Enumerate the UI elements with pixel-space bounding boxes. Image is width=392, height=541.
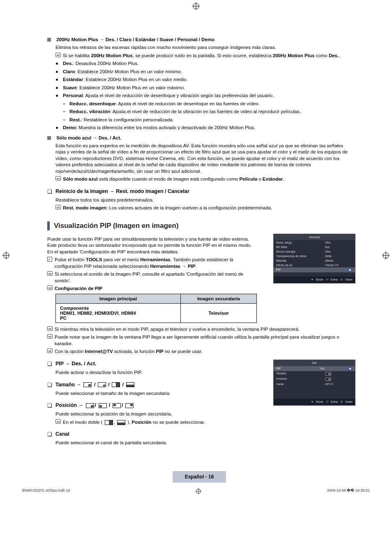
text: Elimina los retrasos de las escenas rápi… — [55, 44, 351, 51]
footer-timestamp: 2009-10-08 �� 10:35:51 — [327, 488, 370, 495]
pip-size-icon — [325, 372, 331, 376]
tools-icon — [47, 257, 52, 262]
heading-200hz: 200Hz Motion Plus → Des. / Claro / Están… — [47, 37, 351, 42]
bullet: ●Des.: Desactiva 200Hz Motion Plus. — [55, 60, 351, 67]
note-icon — [47, 326, 53, 331]
note: En el modo doble ( , ), Posición no se p… — [55, 419, 351, 426]
note-icon — [55, 205, 61, 209]
dash-bullet: –Reducc. desenfoque: Ajusta el nivel de … — [63, 101, 351, 107]
section-heading-pip: Visualización PIP (Imagen en imagen) — [47, 221, 351, 230]
dash-bullet: –Rest.: Restablece la configuración pers… — [63, 117, 351, 123]
note-icon — [55, 53, 61, 57]
osd-row: BD Wise: Act. — [274, 245, 355, 249]
note-icon — [47, 286, 53, 290]
osd-row: Posición: — [274, 376, 355, 382]
pip-pos-icon — [113, 403, 121, 408]
heading-blue-only: Sólo modo azul → Des. / Act. — [47, 135, 351, 140]
square-bullet-icon — [47, 38, 51, 42]
footer-filename: BN68-02327L-03Spa.indb 16 — [22, 488, 70, 495]
crop-mark-right — [382, 252, 390, 259]
osd-highlight-row: PIP ▶ — [274, 267, 355, 272]
text: Puede seleccionar el canal de la pantall… — [55, 440, 351, 446]
pip-pos-icon — [86, 403, 94, 408]
text: Esta función es para expertos en la medi… — [55, 143, 351, 175]
bullet: ●Suave: Establece 200Hz Motion Plus en u… — [55, 85, 351, 91]
osd-pip: PIP PIP : Act. ▶ Tamaño: Posición: Canal… — [273, 360, 355, 406]
note-icon — [47, 348, 53, 353]
note-icon — [55, 419, 61, 424]
text: Puede usar la función PIP para ver simul… — [47, 236, 253, 255]
osd-row: Melodía: Medio — [274, 258, 355, 263]
osd-row: Efecto de luz: Viendo TV — [274, 263, 355, 267]
pip-size-icon — [126, 382, 134, 387]
table-cell: Televisor — [180, 303, 256, 323]
dash-bullet: –Reducc. vibración: Ajusta el nivel de r… — [63, 109, 351, 115]
osd-row: Ahorro energía: Des. — [274, 249, 355, 254]
arrow-right-icon: ▶ — [348, 268, 353, 272]
bullet: ●Demo: Muestra la diferencia entre los m… — [55, 125, 351, 131]
page-number: Español - 16 — [47, 471, 351, 483]
pip-pos-icon — [99, 403, 107, 408]
page-content: 200Hz Motion Plus → Des. / Claro / Están… — [47, 37, 351, 483]
osd-row: Tamaño: — [274, 371, 355, 376]
square-bullet-icon — [47, 136, 51, 140]
osd-row: Modo Juego: Des. — [274, 240, 355, 245]
osd-row: Canal: ATV 4 — [274, 382, 355, 386]
note: Si selecciona el sonido de la imagen PIP… — [47, 271, 253, 284]
note: Puede notar que la imagen de la ventana … — [47, 334, 351, 347]
note: Si mientras mira la televisión en el mod… — [47, 326, 351, 333]
crop-mark-top — [192, 2, 200, 10]
bullet: ●Personal: Ajusta el nivel de reducción … — [55, 93, 351, 99]
note-icon — [47, 271, 53, 276]
table-cell: Componente HDMI1, HDMI2, HDMI3/DVI, HDMI… — [56, 303, 181, 323]
text: Puede seleccionar la posición de la imag… — [55, 411, 351, 418]
pip-size-icon — [105, 420, 113, 425]
arrow-right-icon: ▶ — [348, 367, 353, 370]
pip-pos-icon — [125, 403, 134, 408]
section-bar-icon — [47, 221, 50, 230]
osd-title: General — [274, 234, 355, 240]
print-footer: BN68-02327L-03Spa.indb 16 2009-10-08 �� … — [21, 488, 371, 495]
note-icon — [47, 334, 53, 339]
pip-size-icon — [117, 420, 125, 425]
note: Si se habilita 200Hz Motion Plus, se pue… — [55, 53, 351, 59]
note: Con la opción Internet@TV activada, la f… — [47, 348, 351, 355]
note-icon — [55, 176, 61, 181]
subheading-reset: ❏Reinicio de la imagen → Rest. modo imag… — [47, 188, 351, 195]
table-header: Imagen principal — [56, 294, 181, 303]
subheading-canal: ❏Canal — [47, 431, 351, 437]
crop-mark-left — [2, 252, 10, 259]
table-header: Imagen secundaria — [180, 294, 256, 303]
osd-footer: ✦ Mover ⏎ Entrar ↺ Volver — [274, 399, 355, 405]
note: Configuración de PIP — [47, 286, 253, 292]
bullet: ●Claro: Establece 200Hz Motion Plus en u… — [55, 69, 351, 75]
osd-footer: ✦ Mover ⏎ Entrar ↺ Volver — [274, 276, 355, 283]
osd-title: PIP — [274, 360, 355, 366]
note: Sólo modo azul está disponible cuando el… — [55, 176, 351, 183]
osd-highlight-row: PIP : Act. ▶ — [274, 366, 355, 371]
osd-general: General Modo Juego: Des.BD Wise: Act.Aho… — [273, 234, 355, 283]
note: Rest. modo imagen: Los valores actuales … — [55, 205, 351, 211]
pip-size-icon — [98, 382, 106, 387]
bullet: ●Estándar: Establece 200Hz Motion Plus e… — [55, 77, 351, 83]
pip-position-icon — [325, 377, 331, 381]
pip-size-icon — [112, 382, 120, 387]
pip-config-table: Imagen principalImagen secundaria Compon… — [55, 294, 257, 323]
osd-row: Transparencia de menú: Brillo — [274, 254, 355, 258]
text: Restablece todos los ajustes predetermin… — [55, 197, 351, 204]
tool-note: Pulse el botón TOOLS para ver el menú He… — [47, 257, 253, 269]
pip-size-icon — [83, 382, 92, 387]
